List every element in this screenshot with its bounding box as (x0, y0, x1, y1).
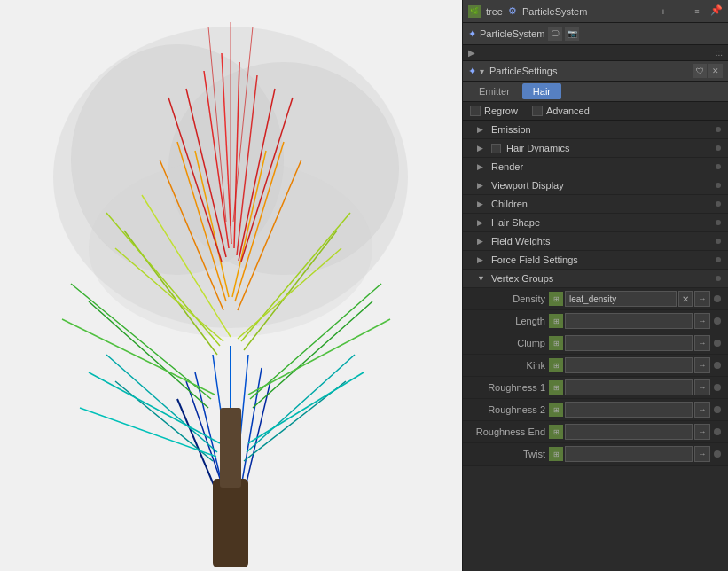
emission-arrow: ▶ (477, 125, 486, 134)
panel-plus-btn[interactable]: + (656, 4, 670, 19)
density-x-btn[interactable]: ✕ (678, 291, 693, 307)
twist-input[interactable] (565, 446, 693, 462)
svg-rect-51 (220, 408, 241, 488)
section-render[interactable]: ▶ Render (463, 158, 728, 176)
section-hair-dynamics[interactable]: ▶ Hair Dynamics (463, 139, 728, 158)
particle-settings-header: ✦ ▾ ParticleSettings 🛡 ✕ (463, 61, 728, 82)
roughness1-dot-btn (714, 384, 721, 391)
vertex-row-roughness-end: Roughness End ⊞ ↔ (463, 421, 728, 443)
panel-menu-btn[interactable]: ≡ (690, 4, 704, 19)
roughness2-dot-btn (714, 406, 721, 413)
clump-label: Clump (470, 338, 545, 348)
tab-hair[interactable]: Hair (522, 83, 561, 99)
advanced-check-item: Advanced (532, 106, 590, 116)
vertex-row-roughness2: Roughness 2 ⊞ ↔ (463, 399, 728, 421)
shield-btn[interactable]: 🛡 (693, 64, 707, 78)
vertex-row-twist: Twist ⊞ ↔ (463, 443, 728, 465)
clump-arrow-btn[interactable]: ↔ (694, 335, 710, 351)
section-emission[interactable]: ▶ Emission (463, 121, 728, 139)
roughness-end-label: Roughness End (470, 426, 545, 437)
length-label: Length (470, 316, 545, 326)
collapse-strip[interactable]: ▶ ::: (463, 45, 728, 61)
main-tabs: Emitter Hair (463, 82, 728, 102)
hair-dynamics-checkbox[interactable] (491, 144, 501, 153)
ps-icon: ✦ (468, 28, 476, 40)
tree-icon: 🌿 (468, 5, 481, 18)
svg-rect-50 (213, 479, 248, 567)
render-label: Render (491, 161, 523, 172)
twist-dot-btn (714, 450, 721, 458)
vertex-row-roughness1: Roughness 1 ⊞ ↔ (463, 377, 728, 399)
length-arrow-btn[interactable]: ↔ (694, 313, 710, 329)
vertex-groups-dot (716, 276, 721, 281)
tab-icons: 🖵 📷 (548, 27, 579, 41)
camera-btn[interactable]: 📷 (565, 27, 579, 41)
roughness-end-dot-btn (714, 428, 721, 435)
section-force-field-settings[interactable]: ▶ Force Field Settings (463, 251, 728, 270)
length-field: ⊞ ↔ (549, 313, 721, 329)
roughness-end-input[interactable] (565, 424, 693, 440)
section-hair-shape[interactable]: ▶ Hair Shape (463, 214, 728, 232)
roughness2-label: Roughness 2 (470, 404, 545, 415)
length-input[interactable] (565, 313, 693, 329)
ps-dropdown-icon[interactable]: ▾ (480, 66, 484, 76)
advanced-checkbox[interactable] (532, 106, 543, 116)
roughness2-arrow-btn[interactable]: ↔ (694, 402, 710, 418)
roughness1-field: ⊞ ↔ (549, 379, 721, 395)
roughness2-input[interactable] (565, 402, 693, 418)
density-dot-btn (714, 295, 721, 302)
roughness1-input[interactable] (565, 379, 693, 395)
twist-label: Twist (470, 449, 545, 459)
roughness1-label: Roughness 1 (470, 382, 545, 393)
density-grid-icon: ⊞ (549, 292, 563, 306)
roughness-end-arrow-btn[interactable]: ↔ (694, 424, 710, 440)
section-field-weights[interactable]: ▶ Field Weights (463, 232, 728, 251)
ps-header-buttons: 🛡 ✕ (693, 64, 723, 78)
section-children[interactable]: ▶ Children (463, 195, 728, 214)
3d-viewport[interactable] (0, 0, 462, 571)
monitor-btn[interactable]: 🖵 (548, 27, 562, 41)
density-arrow-btn[interactable]: ↔ (694, 291, 710, 307)
hair-dynamics-label: Hair Dynamics (506, 143, 570, 153)
density-input[interactable]: leaf_density (565, 291, 677, 307)
tab-emitter[interactable]: Emitter (468, 83, 521, 99)
hair-shape-label: Hair Shape (491, 217, 540, 228)
vertex-groups-header[interactable]: ▼ Vertex Groups (463, 270, 728, 288)
length-dot-btn (714, 317, 721, 325)
close-settings-btn[interactable]: ✕ (708, 64, 723, 78)
particle-system-icon: ⚙ (508, 5, 517, 17)
vertex-groups-label: Vertex Groups (491, 273, 553, 284)
children-label: Children (491, 199, 528, 209)
viewport-display-arrow: ▶ (477, 181, 486, 190)
collapse-arrow: ▶ (468, 48, 475, 58)
regrow-label: Regrow (484, 106, 518, 116)
regrow-checkbox[interactable] (470, 106, 481, 116)
emission-dot (716, 127, 721, 132)
viewport-display-label: Viewport Display (491, 180, 564, 191)
roughness1-grid-icon: ⊞ (549, 380, 563, 395)
particle-system-header-label: ParticleSystem (522, 6, 587, 17)
roughness1-arrow-btn[interactable]: ↔ (694, 379, 710, 395)
clump-input[interactable] (565, 335, 693, 351)
pin-icon[interactable]: 📌 (710, 4, 723, 19)
vertex-row-length: Length ⊞ ↔ (463, 310, 728, 332)
vertex-row-kink: Kink ⊞ ↔ (463, 355, 728, 377)
field-weights-dot (716, 239, 721, 244)
vertex-row-density: Density ⊞ leaf_density ✕ ↔ (463, 288, 728, 310)
kink-input[interactable] (565, 357, 693, 373)
kink-grid-icon: ⊞ (549, 358, 563, 372)
drag-handle: ::: (716, 48, 723, 58)
panel-minus-btn[interactable]: − (673, 4, 687, 19)
hair-shape-dot (716, 220, 721, 225)
kink-arrow-btn[interactable]: ↔ (694, 357, 710, 373)
children-dot (716, 201, 721, 207)
render-arrow: ▶ (477, 162, 486, 171)
clump-dot-btn (714, 340, 721, 347)
right-panel: 🌿 tree ⚙ ParticleSystem + − ≡ 📌 ✦ Partic… (462, 0, 728, 571)
twist-grid-icon: ⊞ (549, 447, 563, 461)
hair-shape-arrow: ▶ (477, 218, 486, 227)
kink-field: ⊞ ↔ (549, 357, 721, 373)
section-viewport-display[interactable]: ▶ Viewport Display (463, 176, 728, 195)
render-dot (716, 164, 721, 169)
twist-arrow-btn[interactable]: ↔ (694, 446, 710, 462)
